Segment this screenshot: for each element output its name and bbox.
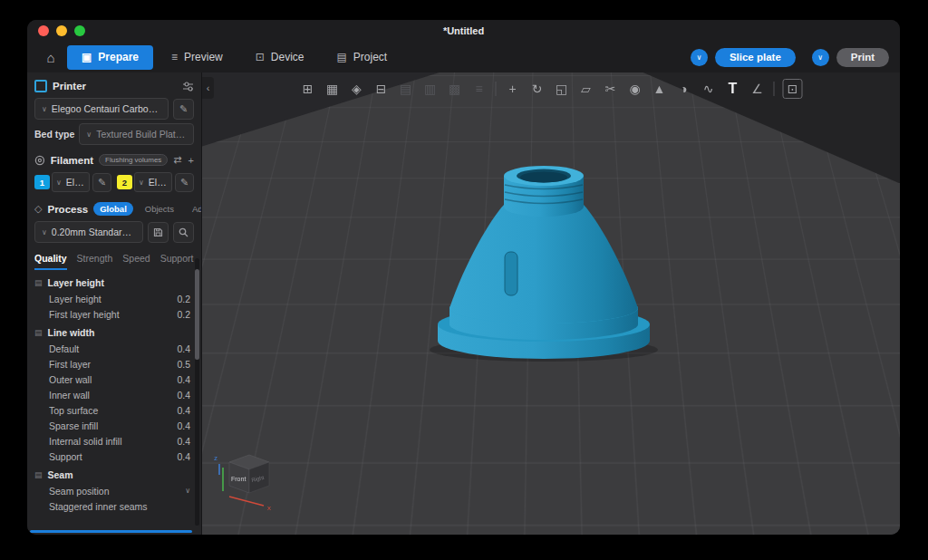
sidebar-accent-bar [30, 530, 192, 533]
setting-value[interactable]: 0.4 [177, 420, 190, 431]
bed-type-select[interactable]: ∨ Textured Build Plate (S... [79, 123, 194, 145]
tab-project-label: Project [353, 51, 387, 63]
setting-value[interactable]: 0.4 [177, 374, 190, 385]
setting-value[interactable]: 0.4 [177, 436, 190, 447]
setting-value[interactable]: 0.2 [177, 309, 190, 320]
group-title: Layer height [48, 277, 104, 288]
group-icon: ▤ [34, 278, 43, 287]
tab-strength[interactable]: Strength [77, 253, 113, 270]
setting-row[interactable]: Inner wall0.4 [27, 387, 201, 402]
tab-speed[interactable]: Speed [122, 253, 150, 270]
assembly-tool-icon: ▥ [422, 81, 439, 97]
group-icon: ▤ [34, 470, 43, 479]
home-icon[interactable]: ⌂ [38, 50, 63, 65]
process-preset-select[interactable]: ∨ 0.20mm Standard @E... [34, 221, 143, 243]
process-mode-objects[interactable]: Objects [139, 202, 180, 216]
setting-row[interactable]: Outer wall0.4 [27, 372, 201, 387]
color-paint-icon[interactable]: ◑ [676, 81, 692, 97]
close-window-button[interactable] [38, 25, 49, 36]
collapse-sidebar-button[interactable]: ‹ [202, 77, 214, 99]
setting-row[interactable]: Default0.4 [27, 341, 201, 356]
setting-row[interactable]: First layer0.5 [27, 356, 201, 372]
sync-filaments-icon[interactable]: ⇄ [173, 154, 181, 166]
traffic-lights [27, 25, 85, 36]
search-settings-button[interactable] [173, 222, 194, 243]
setting-row[interactable]: Top surface0.4 [27, 402, 201, 418]
printer-preset-select[interactable]: ∨ Elegoo Centauri Carbon 0.4 n... [34, 98, 169, 120]
auto-orient-icon[interactable]: ◈ [349, 81, 365, 97]
setting-row[interactable]: First layer height0.2 [27, 306, 201, 322]
setting-value[interactable]: 0.4 [177, 405, 190, 416]
process-mode-global[interactable]: Global [93, 202, 133, 216]
setting-row[interactable]: Layer height0.2 [27, 291, 201, 306]
setting-row[interactable]: Staggered inner seams [27, 498, 201, 514]
bed-type-label: Bed type [34, 129, 74, 140]
slice-plate-button[interactable]: Slice plate [715, 48, 796, 67]
process-mode-advanced[interactable]: Advanced [186, 202, 202, 216]
printer-icon [34, 80, 47, 92]
filament-list: 1 ∨ Eleg... ✎ 2 ∨ Elegoo... ✎ [27, 169, 201, 195]
rotate-icon[interactable]: ↻ [529, 81, 546, 97]
cone-part-model[interactable] [425, 156, 662, 373]
add-filament-icon[interactable]: + [188, 155, 194, 166]
measure-icon[interactable]: ∠ [749, 81, 766, 97]
setting-value[interactable]: 0.4 [177, 390, 190, 401]
tab-device[interactable]: ⊡ Device [241, 45, 319, 70]
tab-project[interactable]: ▤ Project [323, 45, 402, 70]
parameter-tabs: Quality Strength Speed Support Multimate… [27, 245, 201, 270]
printer-settings-icon[interactable] [182, 81, 194, 92]
move-icon[interactable]: + [505, 81, 521, 97]
setting-row[interactable]: Seam position∨ [27, 483, 201, 498]
add-object-icon[interactable]: ⊞ [300, 81, 316, 97]
slice-options-dropdown[interactable]: ∨ [691, 49, 708, 66]
edit-printer-button[interactable]: ✎ [173, 99, 194, 120]
chevron-down-icon[interactable]: ∨ [185, 487, 190, 495]
support-paint-icon[interactable]: ▲ [652, 81, 668, 97]
edit-filament-1-button[interactable]: ✎ [92, 173, 111, 192]
filament-1-name: Eleg... [66, 177, 85, 188]
scrollbar-thumb[interactable] [195, 269, 199, 360]
filament-1-badge[interactable]: 1 [34, 175, 50, 189]
tab-prepare[interactable]: ▣ Prepare [67, 45, 153, 70]
chevron-down-icon: ∨ [139, 179, 144, 187]
setting-value[interactable]: 0.4 [177, 451, 190, 462]
assembly-view-icon[interactable]: ⊡ [783, 79, 803, 99]
save-preset-button[interactable] [148, 222, 169, 243]
setting-row[interactable]: Support0.4 [27, 449, 201, 464]
arrange-icon[interactable]: ▦ [324, 81, 341, 97]
tab-support[interactable]: Support [160, 253, 194, 270]
group-title: Line width [48, 327, 95, 338]
filament-1-select[interactable]: ∨ Eleg... [52, 172, 90, 192]
printer-preset-row: ∨ Elegoo Centauri Carbon 0.4 n... ✎ [27, 96, 201, 121]
print-options-dropdown[interactable]: ∨ [812, 49, 829, 66]
tab-quality[interactable]: Quality [34, 253, 67, 270]
minimize-window-button[interactable] [56, 25, 67, 36]
filament-2-select[interactable]: ∨ Elegoo... [134, 172, 172, 192]
sidebar-scrollbar[interactable] [195, 258, 199, 526]
group-icon: ▤ [34, 328, 43, 337]
tab-preview[interactable]: ≡ Preview [157, 45, 237, 70]
edit-filament-2-button[interactable]: ✎ [175, 173, 194, 192]
text-tool-icon[interactable]: T [725, 81, 741, 97]
filament-item-2: 2 ∨ Elegoo... ✎ [117, 172, 194, 192]
setting-value[interactable]: 0.4 [177, 343, 190, 354]
place-on-face-icon[interactable]: ▱ [578, 81, 594, 97]
viewport-3d[interactable]: ‹ ⊞▦◈⊟▤▥▩≡+↻◱▱✂◉▲◑∿T∠⊡ [202, 72, 900, 535]
bed-type-value: Textured Build Plate (S... [96, 129, 187, 140]
zoom-window-button[interactable] [74, 25, 85, 36]
toolbar-separator [496, 82, 497, 96]
mesh-boolean-icon[interactable]: ◉ [627, 81, 643, 97]
setting-value[interactable]: 0.2 [177, 294, 190, 304]
cut-icon[interactable]: ✂ [603, 81, 619, 97]
scale-icon[interactable]: ◱ [554, 81, 570, 97]
orientation-gizmo[interactable]: x z Front Right [208, 437, 287, 517]
gizmo-front-label: Front [231, 476, 246, 482]
filament-2-badge[interactable]: 2 [117, 175, 132, 189]
setting-row[interactable]: Sparse infill0.4 [27, 418, 201, 433]
setting-value[interactable]: 0.5 [177, 359, 190, 370]
print-button[interactable]: Print [836, 48, 889, 67]
seam-paint-icon[interactable]: ∿ [701, 81, 717, 97]
split-object-icon[interactable]: ⊟ [373, 81, 390, 97]
flushing-volumes-button[interactable]: Flushing volumes [99, 154, 168, 166]
setting-row[interactable]: Internal solid infill0.4 [27, 433, 201, 449]
